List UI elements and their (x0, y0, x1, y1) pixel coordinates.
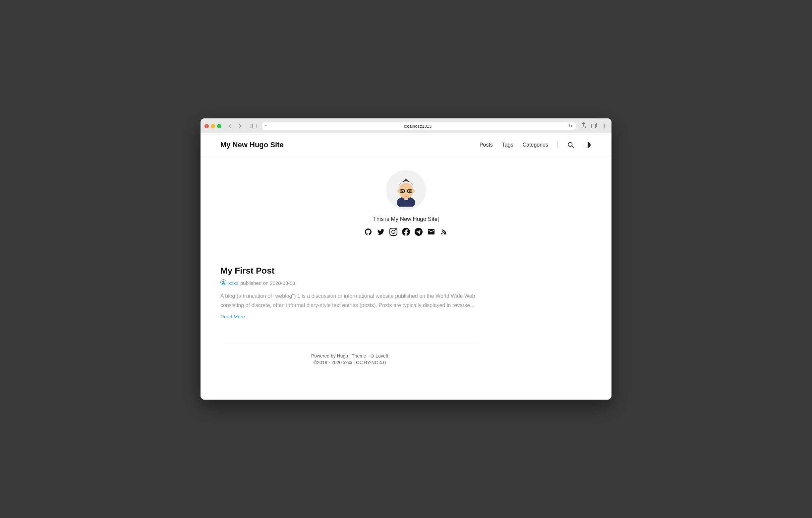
hamburger-icon: ≡ (265, 124, 267, 128)
browser-chrome: ≡ localhost:1313 ↻ + (201, 118, 611, 133)
svg-point-15 (401, 190, 403, 192)
social-icons (364, 228, 448, 236)
svg-point-17 (402, 190, 403, 191)
rss-icon[interactable] (440, 228, 448, 236)
post-date: published on 2020-03-03 (240, 280, 295, 286)
site-content: My New Hugo Site Posts Tags Categories (201, 133, 611, 399)
site-nav: Posts Tags Categories (480, 141, 591, 149)
svg-line-4 (572, 146, 573, 147)
post-title[interactable]: My First Post (221, 266, 479, 276)
email-icon[interactable] (427, 228, 435, 236)
svg-point-16 (409, 190, 411, 192)
post-item: My First Post xxxx published on 2020-03-… (221, 266, 479, 319)
minimize-button[interactable] (211, 124, 215, 128)
back-button[interactable] (226, 123, 235, 129)
main-content: My First Post xxxx published on 2020-03-… (201, 246, 499, 399)
svg-point-23 (222, 280, 224, 282)
close-button[interactable] (204, 124, 209, 128)
search-button[interactable] (567, 141, 574, 148)
footer-line-2: ©2019 - 2020 xxxx | CC BY-NC 4.0 (227, 360, 472, 365)
nav-posts[interactable]: Posts (480, 142, 493, 148)
instagram-icon[interactable] (389, 228, 397, 236)
traffic-lights (204, 124, 222, 128)
browser-titlebar: ≡ localhost:1313 ↻ + (204, 122, 608, 133)
forward-button[interactable] (236, 123, 244, 129)
site-footer: Powered by Hugo | Theme - ⊙ LoveIt ©2019… (221, 343, 479, 380)
new-tab-button[interactable]: + (601, 123, 608, 129)
sidebar-toggle-button[interactable] (249, 123, 258, 129)
share-button[interactable] (579, 122, 587, 130)
telegram-icon[interactable] (415, 228, 423, 236)
site-header: My New Hugo Site Posts Tags Categories (201, 133, 611, 157)
browser-window: ≡ localhost:1313 ↻ + (201, 118, 611, 399)
author-name[interactable]: xxxx (228, 280, 238, 286)
nav-tags[interactable]: Tags (502, 142, 513, 148)
post-meta: xxxx published on 2020-03-03 (221, 279, 479, 287)
read-more-link[interactable]: Read More (221, 314, 245, 319)
new-window-button[interactable] (590, 122, 598, 130)
posts-section: My First Post xxxx published on 2020-03-… (221, 259, 479, 336)
avatar-illustration (389, 173, 423, 207)
theme-toggle-button[interactable] (584, 141, 591, 149)
refresh-button[interactable]: ↻ (569, 124, 572, 129)
url-display: localhost:1313 (269, 124, 566, 129)
facebook-icon[interactable] (402, 228, 410, 236)
svg-point-21 (412, 189, 415, 193)
author-avatar-icon (221, 279, 226, 287)
svg-point-20 (397, 189, 400, 193)
github-icon[interactable] (364, 228, 372, 236)
profile-section: This is My New Hugo Site| (201, 157, 611, 246)
post-excerpt: A blog (a truncation of "weblog") 1 is a… (221, 292, 479, 309)
maximize-button[interactable] (217, 124, 222, 128)
footer-line-1: Powered by Hugo | Theme - ⊙ LoveIt (227, 353, 472, 358)
svg-point-18 (410, 190, 410, 191)
browser-actions: + (579, 122, 608, 130)
nav-divider (557, 142, 558, 148)
address-bar[interactable]: ≡ localhost:1313 ↻ (261, 122, 576, 130)
site-title[interactable]: My New Hugo Site (221, 141, 284, 149)
svg-rect-2 (591, 124, 596, 128)
svg-point-9 (399, 183, 413, 199)
profile-description: This is My New Hugo Site| (373, 216, 439, 222)
svg-point-19 (405, 194, 407, 195)
twitter-icon[interactable] (377, 228, 385, 236)
nav-categories[interactable]: Categories (523, 142, 548, 148)
nav-buttons (226, 123, 244, 129)
svg-rect-0 (251, 124, 256, 128)
avatar (386, 170, 426, 210)
